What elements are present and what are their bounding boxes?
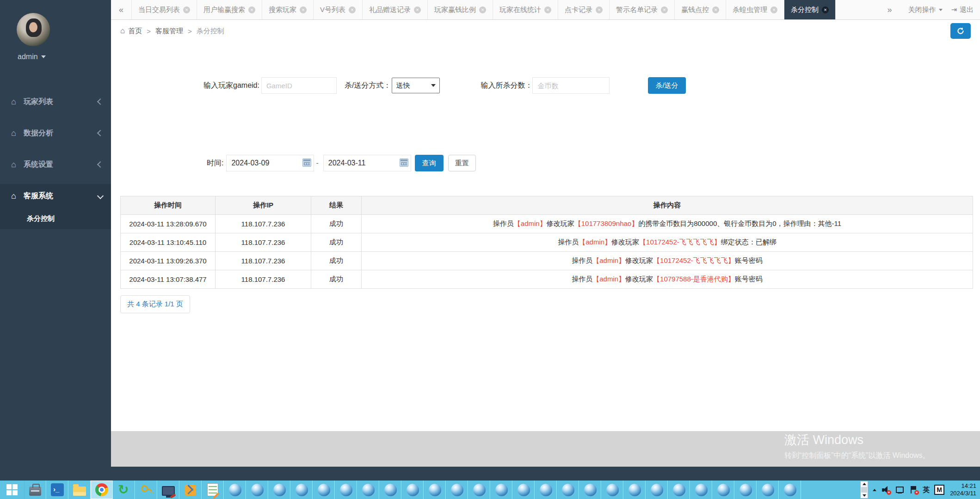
server-manager-taskbar-button[interactable] [24,481,46,499]
scroll-tabs-right-button[interactable]: » [879,5,900,15]
tab[interactable]: 杀分控制× [784,0,836,19]
clock[interactable]: 14:21 2024/3/11 [950,482,976,497]
taskbar-overflow-scrollbar[interactable] [860,481,868,499]
volume-muted-icon[interactable]: × [881,485,890,494]
tab-close-icon[interactable]: × [183,6,190,13]
avatar[interactable] [17,13,50,46]
sidebar-subitem[interactable]: 杀分控制 [0,208,111,229]
notepad-taskbar-button[interactable] [202,481,224,499]
sphere-taskbar-button[interactable] [446,481,468,499]
file-explorer-taskbar-button[interactable] [68,481,91,499]
show-hidden-icons-button[interactable] [873,489,876,491]
kill-send-score-button[interactable]: 杀/送分 [648,77,685,94]
tab[interactable]: 当日交易列表× [131,0,197,19]
mode-select[interactable]: 送快 [392,78,440,93]
cell-result: 成功 [311,252,362,270]
sidebar-item[interactable]: ⌂系统设置 [0,152,111,176]
close-operations-dropdown[interactable]: 关闭操作 [903,6,947,14]
tab-close-icon[interactable]: × [544,6,551,13]
sphere-taskbar-button[interactable] [779,481,801,499]
tab-close-icon[interactable]: × [661,6,668,13]
powershell-icon [51,483,64,496]
score-input[interactable] [532,77,610,94]
date-from-input[interactable] [226,155,314,171]
sphere-taskbar-button[interactable] [535,481,557,499]
action-center-flag-icon[interactable]: × [909,485,918,494]
scroll-thumb[interactable] [861,487,867,492]
tab-close-icon[interactable]: × [349,6,356,13]
toolbox-taskbar-button[interactable] [179,481,202,499]
tab[interactable]: 赢钱点控× [675,0,726,19]
tab-close-icon[interactable]: × [414,6,421,13]
tab[interactable]: 搜索玩家× [262,0,314,19]
sidebar-item[interactable]: ⌂玩家列表 [0,90,111,114]
user-menu[interactable]: admin [18,53,111,61]
language-indicator[interactable]: 英 [923,486,930,494]
sphere-taskbar-button[interactable] [646,481,668,499]
tab[interactable]: 用户输赢搜索× [197,0,262,19]
tab[interactable]: 杀蝗虫管理× [726,0,784,19]
sphere-taskbar-button[interactable] [224,481,246,499]
calendar-icon[interactable] [400,158,408,167]
sphere-taskbar-button[interactable] [557,481,579,499]
calendar-icon[interactable] [302,158,311,167]
scroll-tabs-left-button[interactable]: « [111,0,131,19]
ime-indicator[interactable]: M [934,485,944,495]
tab[interactable]: 点卡记录× [558,0,610,19]
tab-close-icon[interactable]: × [248,6,255,13]
sphere-taskbar-button[interactable] [734,481,757,499]
network-icon[interactable] [895,485,904,494]
tab-close-icon[interactable]: × [770,6,777,13]
sphere-taskbar-button[interactable] [313,481,335,499]
tab[interactable]: 礼品赠送记录× [363,0,428,19]
sphere-taskbar-button[interactable] [757,481,779,499]
sphere-taskbar-button[interactable] [246,481,268,499]
sphere-taskbar-button[interactable] [268,481,290,499]
date-to-input[interactable] [323,155,411,171]
reset-button[interactable]: 重置 [448,155,476,171]
tab[interactable]: 玩家赢钱比例× [428,0,493,19]
sphere-taskbar-button[interactable] [335,481,357,499]
sphere-taskbar-button[interactable] [623,481,646,499]
start-button[interactable] [0,481,24,499]
chrome-taskbar-button[interactable] [91,481,113,499]
gameid-input[interactable] [261,77,337,94]
tab-close-icon[interactable]: × [712,6,719,13]
sphere-taskbar-button[interactable] [690,481,712,499]
sphere-taskbar-button[interactable] [379,481,401,499]
sphere-taskbar-button[interactable] [512,481,535,499]
pagination-summary[interactable]: 共 4 条记录 1/1 页 [120,295,190,313]
query-button[interactable]: 查询 [415,155,444,171]
sphere-taskbar-button[interactable] [468,481,490,499]
breadcrumb-section[interactable]: 客服管理 [155,27,183,36]
remote-pc-taskbar-button[interactable] [157,481,179,499]
sidebar-item[interactable]: ⌂客服系统 [0,184,111,208]
sync-taskbar-button[interactable] [113,481,135,499]
scroll-up-icon [863,483,866,485]
tab[interactable]: 警示名单记录× [610,0,675,19]
key-taskbar-button[interactable] [135,481,157,499]
refresh-button[interactable] [950,23,971,39]
sidebar-item[interactable]: ⌂数据分析 [0,121,111,145]
tab-close-icon[interactable]: × [596,6,603,13]
tab-close-icon[interactable]: × [822,6,829,13]
logout-button[interactable]: 退出 [951,6,974,14]
tab-label: 杀分控制 [791,6,819,14]
tab[interactable]: 玩家在线统计× [493,0,558,19]
tab-close-icon[interactable]: × [300,6,307,13]
sphere-taskbar-button[interactable] [424,481,446,499]
sphere-taskbar-button[interactable] [712,481,734,499]
breadcrumb-home[interactable]: 首页 [128,27,142,36]
sphere-taskbar-button[interactable] [290,481,313,499]
tab-label: 用户输赢搜索 [203,6,245,14]
sphere-taskbar-button[interactable] [579,481,601,499]
sphere-taskbar-button[interactable] [357,481,379,499]
tab-close-icon[interactable]: × [479,6,486,13]
sphere-taskbar-button[interactable] [401,481,424,499]
sphere-taskbar-button[interactable] [490,481,512,499]
sphere-taskbar-button[interactable] [601,481,623,499]
sphere-taskbar-button[interactable] [668,481,690,499]
tab[interactable]: V号列表× [314,0,363,19]
powershell-taskbar-button[interactable] [46,481,68,499]
chevron-left-icon [97,130,104,136]
